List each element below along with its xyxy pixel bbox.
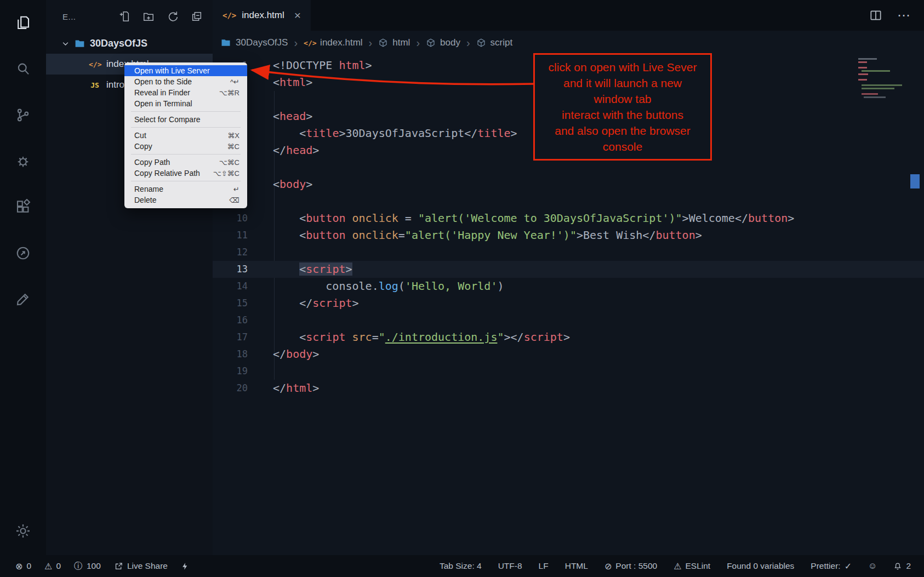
minimap[interactable] xyxy=(857,57,908,100)
errors-status[interactable]: ⊗0 xyxy=(15,561,31,572)
menu-separator xyxy=(131,181,241,181)
source-control-icon[interactable] xyxy=(12,104,34,126)
notifications-status[interactable]: 2 xyxy=(893,561,911,571)
menu-item-copy-path[interactable]: Copy Path⌥⌘C xyxy=(124,157,247,168)
context-menu: Open with Live ServerOpen to the Side^↵R… xyxy=(124,62,247,208)
feedback-pen-icon[interactable] xyxy=(12,288,34,310)
menu-item-copy[interactable]: Copy⌘C xyxy=(124,141,247,152)
breadcrumb-item-script[interactable]: script xyxy=(476,37,513,48)
refresh-icon[interactable] xyxy=(167,10,179,22)
menu-item-label: Copy Path xyxy=(134,158,170,167)
port-icon: ⊘ xyxy=(604,561,612,572)
code-line: <button onclick="alert('Happy New Year!'… xyxy=(213,227,924,244)
annotation-line: interact with the buttons xyxy=(537,107,708,123)
annotation-box: click on open with Live Severand it will… xyxy=(533,53,712,161)
eslint-warning-icon: ⚠ xyxy=(674,561,681,572)
code-line: </html> xyxy=(213,380,924,397)
menu-item-open-with-live-server[interactable]: Open with Live Server xyxy=(124,65,247,76)
tree-folder-30daysofjs[interactable]: 30DaysOfJS xyxy=(46,33,213,54)
errors-count: 0 xyxy=(26,561,31,571)
breadcrumb-item-html[interactable]: html xyxy=(378,37,410,48)
menu-item-rename[interactable]: Rename↵ xyxy=(124,184,247,195)
menu-item-shortcut: ⌥⇧⌘C xyxy=(213,169,239,178)
more-actions-icon[interactable]: ⋯ xyxy=(897,8,911,23)
live-share-icon xyxy=(114,562,123,571)
tab-index-html[interactable]: </> index.html × xyxy=(213,0,311,31)
lightning-status[interactable] xyxy=(181,562,189,571)
breadcrumb-label: index.html xyxy=(320,37,362,48)
live-share-label: Live Share xyxy=(127,561,168,571)
tab-label: index.html xyxy=(242,10,284,21)
search-icon[interactable] xyxy=(12,58,34,80)
warnings-count: 0 xyxy=(56,561,61,571)
breadcrumb: 30DaysOfJS › </> index.html › html › bod… xyxy=(213,31,924,55)
line-number: 16 xyxy=(213,312,273,329)
symbol-cube-icon xyxy=(426,38,436,48)
context-menu-list: Open with Live ServerOpen to the Side^↵R… xyxy=(124,65,247,205)
explorer-title: E... xyxy=(62,12,76,21)
code-line xyxy=(213,244,924,261)
breadcrumb-item-file[interactable]: </> index.html xyxy=(304,37,362,48)
prettier-status[interactable]: Prettier:✓ xyxy=(811,561,852,572)
menu-item-open-to-the-side[interactable]: Open to the Side^↵ xyxy=(124,76,247,87)
menu-item-label: Reveal in Finder xyxy=(134,88,190,97)
html-file-icon: </> xyxy=(304,39,316,47)
annotation-line: click on open with Live Sever xyxy=(537,59,708,75)
menu-item-select-for-compare[interactable]: Select for Compare xyxy=(124,114,247,125)
menu-item-shortcut: ⌫ xyxy=(230,196,239,204)
language-status[interactable]: HTML xyxy=(565,561,588,571)
code-line: <body> xyxy=(213,176,924,193)
chevron-down-icon xyxy=(61,39,70,48)
warning-icon: ⚠ xyxy=(44,561,52,572)
live-share-icon[interactable] xyxy=(12,242,34,264)
menu-item-open-in-terminal[interactable]: Open in Terminal xyxy=(124,98,247,109)
close-tab-icon[interactable]: × xyxy=(294,9,301,22)
menu-separator xyxy=(131,127,241,128)
check-icon: ✓ xyxy=(845,561,852,572)
run-debug-icon[interactable] xyxy=(12,150,34,172)
breadcrumb-label: script xyxy=(490,37,513,48)
line-number: 15 xyxy=(213,295,273,312)
warnings-status[interactable]: ⚠0 xyxy=(44,561,61,572)
eol-status[interactable]: LF xyxy=(539,561,549,571)
menu-item-reveal-in-finder[interactable]: Reveal in Finder⌥⌘R xyxy=(124,87,247,98)
code-line: <script src="./introduction.js"></script… xyxy=(213,329,924,346)
menu-item-delete[interactable]: Delete⌫ xyxy=(124,195,247,205)
encoding-status[interactable]: UTF-8 xyxy=(498,561,522,571)
smiley-icon: ☺ xyxy=(868,561,877,571)
settings-gear-icon[interactable] xyxy=(12,520,34,542)
extensions-icon[interactable] xyxy=(12,196,34,218)
eslint-status[interactable]: ⚠ESLint xyxy=(674,561,710,572)
menu-item-copy-relative-path[interactable]: Copy Relative Path⌥⇧⌘C xyxy=(124,168,247,179)
eslint-label: ESLint xyxy=(685,561,710,571)
feedback-status[interactable]: ☺ xyxy=(868,561,877,571)
breadcrumb-item-folder[interactable]: 30DaysOfJS xyxy=(220,37,288,48)
info-status[interactable]: ⓘ100 xyxy=(74,561,101,572)
live-share-status[interactable]: Live Share xyxy=(114,561,168,571)
status-bar-left: ⊗0 ⚠0 ⓘ100 Live Share xyxy=(15,561,189,572)
lightning-icon xyxy=(181,562,189,571)
collapse-folders-icon[interactable] xyxy=(191,10,203,22)
variables-status[interactable]: Found 0 variables xyxy=(727,561,794,571)
menu-item-label: Select for Compare xyxy=(134,115,201,124)
breadcrumb-item-body[interactable]: body xyxy=(426,37,460,48)
menu-item-shortcut: ⌘C xyxy=(227,142,239,151)
menu-item-label: Open to the Side xyxy=(134,77,192,86)
tree-folder-label: 30DaysOfJS xyxy=(90,38,147,49)
activity-bar-top xyxy=(12,12,34,310)
new-folder-icon[interactable] xyxy=(142,10,155,22)
symbol-cube-icon xyxy=(476,38,486,48)
code-line xyxy=(213,363,924,380)
tab-bar: </> index.html × ⋯ xyxy=(213,0,924,31)
explorer-icon[interactable] xyxy=(12,12,34,34)
folder-icon xyxy=(220,37,231,48)
chevron-right-icon: › xyxy=(369,37,373,49)
port-status[interactable]: ⊘Port : 5500 xyxy=(604,561,657,572)
split-editor-icon[interactable] xyxy=(869,8,883,22)
line-number: 14 xyxy=(213,278,273,295)
js-file-icon: JS xyxy=(89,81,101,89)
menu-item-cut[interactable]: Cut⌘X xyxy=(124,130,247,141)
tab-size-status[interactable]: Tab Size: 4 xyxy=(440,561,482,571)
new-file-icon[interactable] xyxy=(118,10,130,22)
info-icon: ⓘ xyxy=(74,561,83,572)
